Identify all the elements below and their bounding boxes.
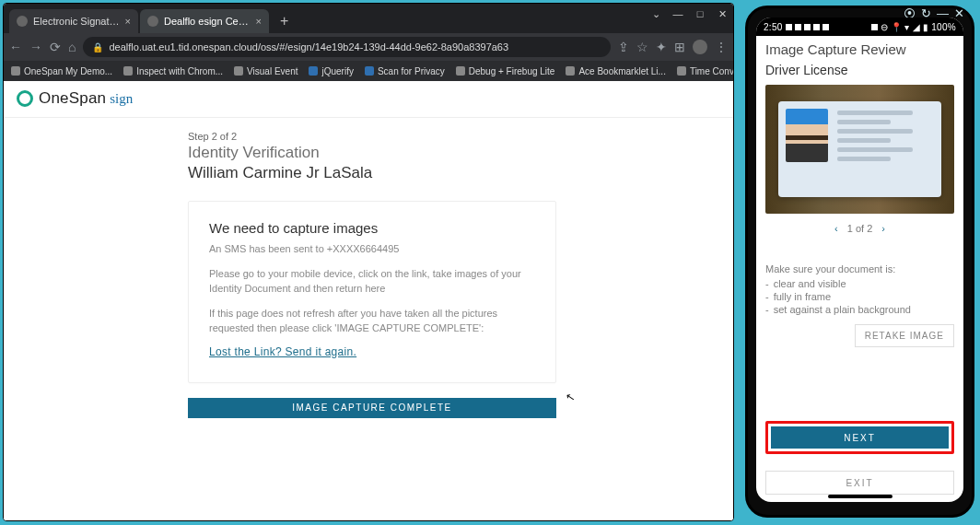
phone-title: Image Capture Review: [765, 41, 954, 57]
close-icon[interactable]: ×: [256, 16, 262, 27]
home-indicator-icon[interactable]: [828, 495, 892, 498]
status-bar: 2:50 ⊖ 📍 ▾ ◢ ▮ 100%: [756, 18, 963, 36]
url-input[interactable]: 🔒 dealflo.uat.eu1.tid.onespan.cloud/oss/…: [83, 37, 611, 57]
bookmark-icon: [309, 66, 318, 76]
id-photo-icon: [786, 109, 828, 162]
tab-1-label: Electronic Signature, Cloud Auth: [33, 16, 120, 27]
checklist-item: -clear and visible: [765, 278, 954, 289]
newtab-button[interactable]: +: [271, 13, 298, 33]
back-icon[interactable]: ←: [9, 40, 22, 54]
address-bar: ← → ⟳ ⌂ 🔒 dealflo.uat.eu1.tid.onespan.cl…: [4, 33, 733, 61]
favicon-icon: [17, 16, 28, 27]
lock-icon: 🔒: [92, 42, 103, 52]
retake-image-button[interactable]: RETAKE IMAGE: [855, 324, 954, 347]
bookmark-label: Debug + Firebug Lite: [469, 66, 555, 76]
bookmark[interactable]: Time Converter - C...: [677, 66, 734, 76]
resend-link[interactable]: Lost the Link? Send it again.: [209, 345, 356, 358]
brand-row: OneSpan sign: [4, 81, 733, 118]
extension-icon[interactable]: ✦: [656, 40, 667, 54]
bookmark-label: Inspect with Chrom...: [136, 66, 223, 76]
checklist-item: -set against a plain background: [765, 304, 954, 315]
status-icon: [795, 24, 801, 30]
bookmark-label: Visual Event: [247, 66, 298, 76]
wifi-icon: ▾: [904, 22, 909, 32]
image-capture-complete-button[interactable]: IMAGE CAPTURE COMPLETE: [188, 398, 556, 418]
instructions-2: If this page does not refresh after you …: [209, 306, 535, 336]
phone-frame: ⦿ ↻ — ✕ 2:50 ⊖ 📍 ▾ ◢ ▮ 100%: [745, 6, 974, 518]
instructions-1: Please go to your mobile device, click o…: [209, 266, 535, 297]
location-icon: 📍: [891, 22, 902, 32]
tab-2[interactable]: Dealflo esign Ceremony ×: [140, 9, 269, 33]
bookmark[interactable]: Visual Event: [234, 66, 298, 76]
bookmark-label: Time Converter - C...: [690, 66, 734, 76]
doc-type: Driver License: [765, 63, 954, 77]
status-icon: [804, 24, 811, 30]
exit-button[interactable]: EXIT: [765, 471, 954, 495]
bookmark-icon: [566, 66, 575, 76]
menu-icon[interactable]: ⋮: [715, 40, 728, 54]
next-button[interactable]: NEXT: [771, 426, 949, 449]
bookmark-label: OneSpan My Demo...: [24, 66, 112, 76]
sms-info: An SMS has been sent to +XXXX6664495: [209, 241, 535, 257]
puzzle-icon[interactable]: ⊞: [674, 40, 685, 54]
id-card-icon: [778, 101, 940, 197]
brand-logo-icon: [17, 90, 33, 107]
forward-icon[interactable]: →: [29, 40, 42, 54]
bookmark-icon: [456, 66, 465, 76]
phone-screen: 2:50 ⊖ 📍 ▾ ◢ ▮ 100% Image Capture Review…: [756, 18, 963, 502]
bookmark-icon: [234, 66, 243, 76]
status-icon: [822, 24, 829, 30]
bookmark[interactable]: Debug + Firebug Lite: [456, 66, 555, 76]
avatar[interactable]: [693, 40, 707, 54]
user-name: William Carmine Jr LaSala: [188, 164, 733, 182]
id-lines: [837, 109, 933, 190]
checklist: Make sure your document is: -clear and v…: [765, 263, 954, 317]
chevron-right-icon[interactable]: ›: [881, 223, 885, 234]
license-image: [765, 85, 954, 214]
bookmark[interactable]: OneSpan My Demo...: [11, 66, 112, 76]
bookmark[interactable]: Ace Bookmarklet Li...: [566, 66, 665, 76]
content: Step 2 of 2 Identity Verification Willia…: [4, 118, 733, 418]
capture-card: We need to capture images An SMS has bee…: [188, 201, 556, 383]
signal-icon: [871, 24, 878, 30]
toolbar-right: ⇪ ☆ ✦ ⊞ ⋮: [618, 40, 728, 54]
close-icon[interactable]: ×: [125, 16, 131, 27]
action-area: NEXT EXIT: [765, 402, 954, 495]
chevron-left-icon[interactable]: ‹: [834, 223, 838, 234]
brand-suffix: sign: [110, 91, 133, 107]
card-title: We need to capture images: [209, 220, 535, 236]
share-icon[interactable]: ⇪: [618, 40, 629, 54]
titlebar: Electronic Signature, Cloud Auth × Dealf…: [4, 4, 733, 33]
checklist-label: set against a plain background: [774, 304, 911, 315]
checklist-label: clear and visible: [774, 278, 846, 289]
close-icon[interactable]: ✕: [954, 6, 964, 20]
cell-icon: ◢: [913, 22, 920, 32]
url-text: dealflo.uat.eu1.tid.onespan.cloud/oss/#/…: [109, 41, 508, 52]
home-icon[interactable]: ⌂: [68, 40, 76, 54]
browser-window: Electronic Signature, Cloud Auth × Dealf…: [3, 3, 734, 521]
bookmark[interactable]: jQuerify: [309, 66, 353, 76]
pager-text: 1 of 2: [847, 223, 873, 234]
bookmark-icon: [365, 66, 374, 76]
bookmark[interactable]: Inspect with Chrom...: [123, 66, 223, 76]
status-icon: [786, 24, 792, 30]
next-highlight: NEXT: [765, 421, 954, 454]
bookmark-icon: [677, 66, 686, 76]
window-controls: ⌄ ― □ ✕: [650, 8, 728, 20]
bookmark-label: Scan for Privacy: [378, 66, 445, 76]
favicon-icon: [147, 16, 158, 27]
minimize-icon[interactable]: ―: [672, 8, 683, 20]
maximize-icon[interactable]: □: [694, 8, 706, 20]
close-window-icon[interactable]: ✕: [717, 8, 728, 20]
star-icon[interactable]: ☆: [636, 40, 648, 54]
bookmarks-bar: OneSpan My Demo... Inspect with Chrom...…: [4, 61, 733, 81]
bookmark-label: Ace Bookmarklet Li...: [578, 66, 665, 76]
reload-icon[interactable]: ⟳: [50, 40, 61, 54]
bookmark[interactable]: Scan for Privacy: [365, 66, 445, 76]
chevron-down-icon[interactable]: ⌄: [650, 8, 661, 20]
tab-1[interactable]: Electronic Signature, Cloud Auth ×: [9, 9, 138, 33]
checklist-item: -fully in frame: [765, 291, 954, 302]
phone-body: Image Capture Review Driver License ‹ 1 …: [756, 36, 963, 502]
brand-name: OneSpan: [39, 89, 106, 108]
tab-2-label: Dealflo esign Ceremony: [164, 16, 251, 27]
